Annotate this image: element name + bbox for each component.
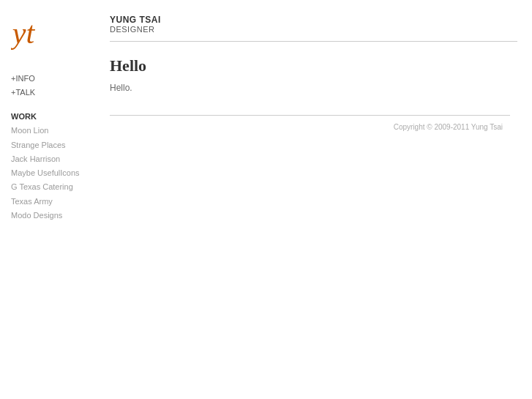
site-name: YUNG TSAI	[110, 15, 517, 25]
page-heading: Hello	[110, 56, 510, 75]
talk-link[interactable]: +TALK	[11, 86, 91, 100]
nav-links: +INFO +TALK	[11, 72, 91, 99]
footer: Copyright © 2009-2011 Yung Tsai	[110, 123, 510, 131]
content-divider	[110, 115, 510, 116]
work-label: WORK	[11, 112, 91, 121]
content-area: Hello Hello. Copyright © 2009-2011 Yung …	[110, 56, 517, 131]
work-link-strange-places[interactable]: Strange Places	[11, 138, 91, 152]
work-link-texas-army[interactable]: Texas Army	[11, 195, 91, 209]
work-section: WORK Moon LionStrange PlacesJack Harriso…	[11, 112, 91, 223]
logo-area[interactable]: yt	[11, 15, 91, 57]
work-link-moon-lion[interactable]: Moon Lion	[11, 124, 91, 138]
work-link-maybe-usefulicons[interactable]: Maybe UsefulIcons	[11, 166, 91, 180]
main-content: YUNG TSAI DESIGNER Hello Hello. Copyrigh…	[102, 0, 532, 399]
app-container: yt +INFO +TALK WORK Moon LionStrange Pla…	[0, 0, 532, 399]
info-link[interactable]: +INFO	[11, 72, 91, 86]
work-link-jack-harrison[interactable]: Jack Harrison	[11, 152, 91, 166]
site-role: DESIGNER	[110, 25, 517, 34]
work-link-modo-designs[interactable]: Modo Designs	[11, 209, 91, 223]
site-header: YUNG TSAI DESIGNER	[110, 15, 517, 42]
work-links: Moon LionStrange PlacesJack HarrisonMayb…	[11, 124, 91, 223]
logo-icon: yt	[11, 15, 51, 55]
page-body: Hello.	[110, 83, 510, 93]
sidebar: yt +INFO +TALK WORK Moon LionStrange Pla…	[0, 0, 102, 399]
svg-text:yt: yt	[11, 15, 36, 50]
copyright-text: Copyright © 2009-2011 Yung Tsai	[394, 123, 503, 131]
work-link-g-texas-catering[interactable]: G Texas Catering	[11, 180, 91, 194]
